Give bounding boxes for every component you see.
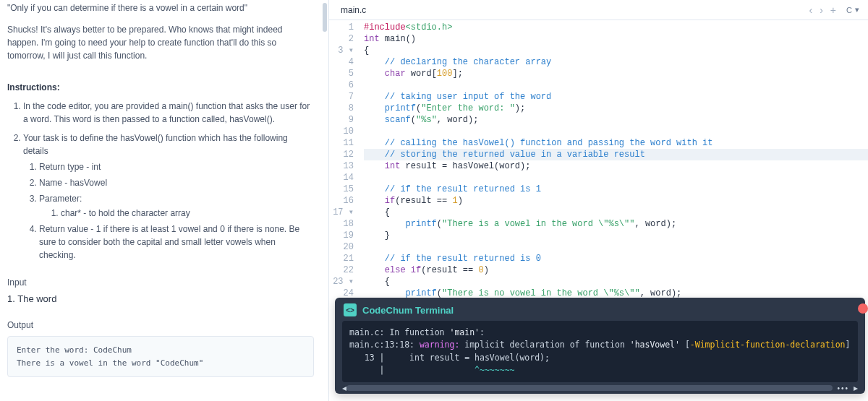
problem-description: Shucks! It's always better to be prepare… xyxy=(7,23,314,62)
detail-item: Return value - 1 if there is at least 1 … xyxy=(39,223,314,262)
detail-item: Parameter: char* - to hold the character… xyxy=(39,192,314,220)
terminal-title: CodeChum Terminal xyxy=(362,305,454,316)
scroll-right-icon[interactable]: ▸ xyxy=(854,383,858,393)
instruction-item: Your task is to define the hasVowel() fu… xyxy=(23,131,314,262)
terminal-icon: <> xyxy=(344,303,357,316)
details-list: Return type - int Name - hasVowel Parame… xyxy=(23,160,314,262)
next-button[interactable]: › xyxy=(820,4,823,16)
terminal-output[interactable]: main.c: In function 'main': main.c:13:18… xyxy=(342,321,858,382)
language-selector[interactable]: C ▾ xyxy=(843,4,862,16)
instructions-heading: Instructions: xyxy=(7,82,314,92)
input-heading: Input xyxy=(7,277,314,288)
terminal-header: <> CodeChum Terminal xyxy=(335,298,865,321)
problem-quote: "Only if you can determine if there is a… xyxy=(7,3,314,13)
editor-panel: main.c ‹ › + C ▾ 123 ▾456789101112131415… xyxy=(329,0,868,401)
expected-output-box: Enter the word: CodeChum There is a vowe… xyxy=(7,336,314,377)
detail-item: Name - hasVowel xyxy=(39,176,314,189)
terminal-scrollbar[interactable]: ◂ ••• ▸ xyxy=(335,384,865,394)
chevron-down-icon: ▾ xyxy=(855,5,859,14)
add-tab-button[interactable]: + xyxy=(830,4,836,16)
output-heading: Output xyxy=(7,320,314,330)
prev-button[interactable]: ‹ xyxy=(809,4,813,16)
param-sub-item: char* - to hold the character array xyxy=(61,207,314,220)
editor-tabbar: main.c ‹ › + C ▾ xyxy=(329,0,868,20)
instructions-list: In the code editor, you are provided a m… xyxy=(7,100,314,262)
terminal-panel: <> CodeChum Terminal main.c: In function… xyxy=(335,298,865,394)
input-line: 1. The word xyxy=(7,293,314,304)
close-icon[interactable] xyxy=(858,303,868,314)
problem-panel: "Only if you can determine if there is a… xyxy=(0,0,329,401)
more-icon[interactable]: ••• xyxy=(833,384,854,392)
instruction-item: In the code editor, you are provided a m… xyxy=(23,100,314,126)
file-tab[interactable]: main.c xyxy=(335,2,372,18)
detail-item: Return type - int xyxy=(39,160,314,173)
